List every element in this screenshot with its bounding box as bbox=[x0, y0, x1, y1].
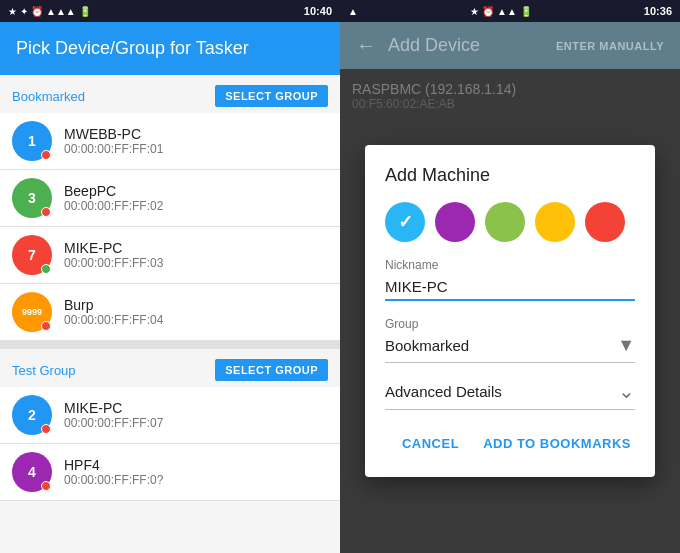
left-header-title: Pick Device/Group for Tasker bbox=[16, 38, 249, 59]
device-item-mikepc[interactable]: 7 MIKE-PC 00:00:00:FF:FF:03 bbox=[0, 227, 340, 284]
device-info-mwebb: MWEBB-PC 00:00:00:FF:FF:01 bbox=[64, 126, 163, 156]
device-name-mikepc: MIKE-PC bbox=[64, 240, 163, 256]
device-name-mwebb: MWEBB-PC bbox=[64, 126, 163, 142]
device-id-mwebb: 1 bbox=[28, 133, 36, 149]
color-circle-yellow[interactable] bbox=[535, 202, 575, 242]
left-status-icons: ★ ✦ ⏰ ▲▲▲ 🔋 bbox=[8, 6, 91, 17]
back-arrow-icon[interactable]: ← bbox=[356, 34, 376, 57]
alarm-icon: ⏰ bbox=[31, 6, 43, 17]
color-circles: ✓ bbox=[385, 202, 635, 242]
android-icon: ▲ bbox=[348, 6, 358, 17]
add-machine-dialog: Add Machine ✓ Nickname Group B bbox=[365, 145, 655, 477]
device-avatar-mikepc: 7 bbox=[12, 235, 52, 275]
device-info-mikepc2: MIKE-PC 00:00:00:FF:FF:07 bbox=[64, 400, 163, 430]
color-circle-blue[interactable]: ✓ bbox=[385, 202, 425, 242]
testgroup-section-header: Test Group SELECT GROUP bbox=[0, 349, 340, 387]
device-mac-mikepc2: 00:00:00:FF:FF:07 bbox=[64, 416, 163, 430]
device-name-burp: Burp bbox=[64, 297, 163, 313]
device-avatar-mwebb: 1 bbox=[12, 121, 52, 161]
device-info-beeppc: BeepPC 00:00:00:FF:FF:02 bbox=[64, 183, 163, 213]
group-dropdown[interactable]: Bookmarked ▼ bbox=[385, 335, 635, 363]
bluetooth-icon: ★ bbox=[8, 6, 17, 17]
cancel-button[interactable]: CANCEL bbox=[398, 430, 463, 457]
left-header: Pick Device/Group for Tasker bbox=[0, 22, 340, 75]
device-item-hpf4[interactable]: 4 HPF4 00:00:00:FF:FF:0? bbox=[0, 444, 340, 501]
badge-mwebb bbox=[41, 150, 51, 160]
add-to-bookmarks-button[interactable]: ADD TO BOOKMARKS bbox=[479, 430, 635, 457]
device-avatar-hpf4: 4 bbox=[12, 452, 52, 492]
group-value: Bookmarked bbox=[385, 337, 469, 354]
right-header-title: Add Device bbox=[388, 35, 480, 56]
right-status-icons: ★ ⏰ ▲▲ 🔋 bbox=[470, 6, 532, 17]
device-name-beeppc: BeepPC bbox=[64, 183, 163, 199]
left-content: Bookmarked SELECT GROUP 1 MWEBB-PC 00:00… bbox=[0, 75, 340, 553]
device-mac-mikepc: 00:00:00:FF:FF:03 bbox=[64, 256, 163, 270]
badge-hpf4 bbox=[41, 481, 51, 491]
advanced-label: Advanced Details bbox=[385, 383, 502, 400]
signal-icon: ▲▲▲ bbox=[46, 6, 76, 17]
dialog-title: Add Machine bbox=[385, 165, 635, 186]
selected-check-icon: ✓ bbox=[398, 211, 413, 233]
device-id-mikepc2: 2 bbox=[28, 407, 36, 423]
testgroup-label: Test Group bbox=[12, 363, 76, 378]
section-divider bbox=[0, 341, 340, 349]
device-id-mikepc: 7 bbox=[28, 247, 36, 263]
nickname-input[interactable] bbox=[385, 276, 635, 301]
device-id-beeppc: 3 bbox=[28, 190, 36, 206]
device-name-hpf4: HPF4 bbox=[64, 457, 163, 473]
badge-burp bbox=[41, 321, 51, 331]
right-panel: ▲ ★ ⏰ ▲▲ 🔋 10:36 ← Add Device ENTER MANU… bbox=[340, 0, 680, 553]
device-info-burp: Burp 00:00:00:FF:FF:04 bbox=[64, 297, 163, 327]
device-mac-hpf4: 00:00:00:FF:FF:0? bbox=[64, 473, 163, 487]
device-mac-beeppc: 00:00:00:FF:FF:02 bbox=[64, 199, 163, 213]
right-header: ← Add Device ENTER MANUALLY bbox=[340, 22, 680, 69]
right-content: RASPBMC (192.168.1.14) 00:F5:60:02:AE:AB… bbox=[340, 69, 680, 553]
badge-mikepc2 bbox=[41, 424, 51, 434]
battery-icon: 🔋 bbox=[79, 6, 91, 17]
left-time: 10:40 bbox=[304, 5, 332, 17]
dialog-overlay: Add Machine ✓ Nickname Group B bbox=[340, 69, 680, 553]
group-dropdown-icon: ▼ bbox=[617, 335, 635, 356]
right-time: 10:36 bbox=[644, 5, 672, 17]
nickname-label: Nickname bbox=[385, 258, 635, 272]
color-circle-red[interactable] bbox=[585, 202, 625, 242]
device-item-beeppc[interactable]: 3 BeepPC 00:00:00:FF:FF:02 bbox=[0, 170, 340, 227]
device-id-hpf4: 4 bbox=[28, 464, 36, 480]
device-item-burp[interactable]: 9999 Burp 00:00:00:FF:FF:04 bbox=[0, 284, 340, 341]
device-info-hpf4: HPF4 00:00:00:FF:FF:0? bbox=[64, 457, 163, 487]
device-name-mikepc2: MIKE-PC bbox=[64, 400, 163, 416]
badge-mikepc bbox=[41, 264, 51, 274]
dialog-actions: CANCEL ADD TO BOOKMARKS bbox=[385, 430, 635, 457]
device-info-mikepc: MIKE-PC 00:00:00:FF:FF:03 bbox=[64, 240, 163, 270]
device-item-mwebb[interactable]: 1 MWEBB-PC 00:00:00:FF:FF:01 bbox=[0, 113, 340, 170]
advanced-details-row[interactable]: Advanced Details ⌄ bbox=[385, 379, 635, 410]
badge-beeppc bbox=[41, 207, 51, 217]
bookmarked-label: Bookmarked bbox=[12, 89, 85, 104]
group-label: Group bbox=[385, 317, 635, 331]
bookmarked-section-header: Bookmarked SELECT GROUP bbox=[0, 75, 340, 113]
right-header-left: ← Add Device bbox=[356, 34, 480, 57]
color-circle-green[interactable] bbox=[485, 202, 525, 242]
right-status-bar: ▲ ★ ⏰ ▲▲ 🔋 10:36 bbox=[340, 0, 680, 22]
right-battery-icon: 🔋 bbox=[520, 6, 532, 17]
device-mac-burp: 00:00:00:FF:FF:04 bbox=[64, 313, 163, 327]
enter-manually-btn[interactable]: ENTER MANUALLY bbox=[556, 40, 664, 52]
device-avatar-burp: 9999 bbox=[12, 292, 52, 332]
bookmarked-select-group-btn[interactable]: SELECT GROUP bbox=[215, 85, 328, 107]
device-item-mikepc2[interactable]: 2 MIKE-PC 00:00:00:FF:FF:07 bbox=[0, 387, 340, 444]
right-signal-icon: ▲▲ bbox=[497, 6, 517, 17]
left-status-bar: ★ ✦ ⏰ ▲▲▲ 🔋 10:40 bbox=[0, 0, 340, 22]
device-avatar-beeppc: 3 bbox=[12, 178, 52, 218]
advanced-chevron-icon: ⌄ bbox=[618, 379, 635, 403]
color-circle-purple[interactable] bbox=[435, 202, 475, 242]
device-mac-mwebb: 00:00:00:FF:FF:01 bbox=[64, 142, 163, 156]
right-bt-icon: ★ bbox=[470, 6, 479, 17]
left-panel: ★ ✦ ⏰ ▲▲▲ 🔋 10:40 Pick Device/Group for … bbox=[0, 0, 340, 553]
right-alarm-icon: ⏰ bbox=[482, 6, 494, 17]
device-avatar-mikepc2: 2 bbox=[12, 395, 52, 435]
testgroup-select-group-btn[interactable]: SELECT GROUP bbox=[215, 359, 328, 381]
asterisk-icon: ✦ bbox=[20, 6, 28, 17]
device-id-burp: 9999 bbox=[22, 307, 42, 317]
